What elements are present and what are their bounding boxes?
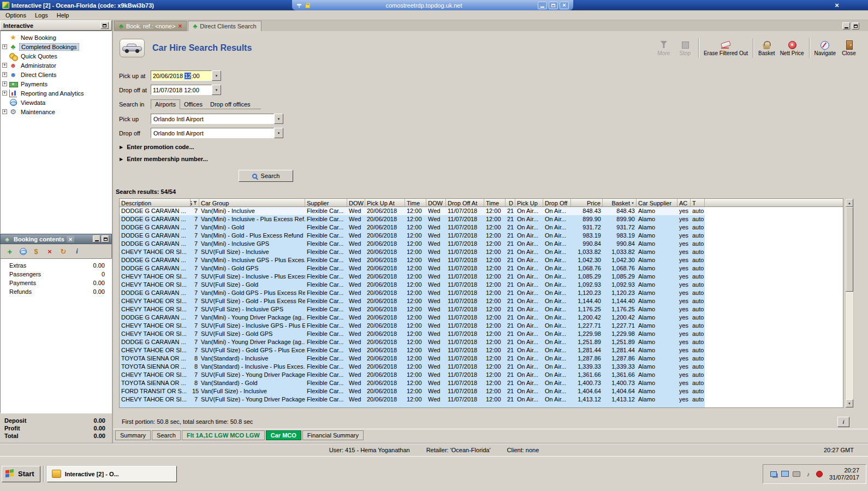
col-car-group[interactable]: Car Group	[199, 199, 305, 206]
table-row[interactable]: TOYOTA SIENNA OR ...8Van(Standard) - Inc…	[120, 363, 705, 371]
table-row[interactable]: CHEVY TAHOE OR SI...7SUV(Full Size) - In…	[120, 248, 705, 256]
table-row[interactable]: DODGE G CARAVAN ...7Van(Mini) - Inclusiv…	[120, 256, 705, 264]
menu-logs[interactable]: Logs	[31, 11, 52, 20]
table-row[interactable]: DODGE G CARAVAN ...7Van(Mini) - Young Dr…	[120, 338, 705, 346]
tab-flt-1a-1c-lgw-mco-lgw[interactable]: Flt 1A,1C LGW MCO LGW	[182, 430, 265, 440]
table-row[interactable]: DODGE G CARAVAN ...7Van(Mini) - Gold GPS…	[120, 289, 705, 297]
scroll-down-button[interactable]: ▼	[846, 399, 853, 407]
table-row[interactable]: CHEVY TAHOE OR SI...7SUV(Full Size) - In…	[120, 305, 705, 313]
dropoff-datetime-dropdown[interactable]: ▼	[212, 85, 221, 95]
pin-icon[interactable]	[296, 2, 302, 9]
expand-toggle-icon[interactable]: +	[2, 44, 7, 49]
search-in-tab-airports[interactable]: Airports	[151, 99, 180, 109]
table-row[interactable]: CHEVY TAHOE OR SI...7SUV(Full Size) - Go…	[120, 297, 705, 305]
tab-search[interactable]: Search	[152, 430, 181, 440]
col-pick-up[interactable]: Pick Up	[515, 199, 543, 206]
col-t[interactable]: T	[691, 199, 705, 206]
minimize-icon[interactable]	[842, 22, 850, 29]
sidebar-item-completed-bookings[interactable]: +♣Completed Bookings	[1, 42, 111, 51]
pickup-location-dropdown[interactable]: ▼	[274, 114, 283, 124]
close-icon[interactable]: ×	[178, 22, 182, 30]
payment-transfer-icon[interactable]: $	[31, 247, 41, 256]
dropoff-location-dropdown[interactable]: ▼	[274, 128, 283, 138]
refresh-icon[interactable]: ↻	[58, 247, 68, 256]
menu-options[interactable]: Options	[1, 11, 31, 20]
table-row[interactable]: DODGE G CARAVAN ...7Van(Mini) - Inclusiv…	[120, 207, 705, 215]
scroll-up-button[interactable]: ▲	[846, 199, 853, 207]
expand-toggle-icon[interactable]: +	[2, 91, 7, 96]
table-row[interactable]: DODGE G CARAVAN ...7Van(Mini) - GoldFlex…	[120, 223, 705, 232]
sidebar-item-quick-quotes[interactable]: Quick Quotes	[1, 51, 111, 61]
restore-icon[interactable]	[102, 235, 109, 242]
minimize-icon[interactable]	[538, 2, 547, 9]
table-row[interactable]: TOYOTA SIENNA OR ...8Van(Standard) - Gol…	[120, 379, 705, 387]
start-button[interactable]: Start	[2, 466, 40, 482]
toolbar-navigate[interactable]: Navigate	[815, 40, 836, 56]
table-row[interactable]: DODGE G CARAVAN ...7Van(Mini) - Gold GPS…	[120, 264, 705, 273]
col-d[interactable]: D	[506, 199, 515, 206]
col-supplier[interactable]: Supplier	[305, 199, 347, 206]
table-row[interactable]: DODGE G CARAVAN ...7Van(Mini) - Young Dr…	[120, 313, 705, 322]
search-in-tab-drop-off-offices[interactable]: Drop off offices	[206, 100, 254, 109]
col-drop-off-at[interactable]: Drop Off At	[446, 199, 484, 206]
taskbar-task-button[interactable]: Interactive [2] - O...	[47, 466, 177, 482]
sidebar-item-payments[interactable]: +Payments	[1, 79, 111, 88]
col-time[interactable]: Time	[405, 199, 426, 206]
sidebar-item-reporting-and-analytics[interactable]: +Reporting and Analytics	[1, 88, 111, 98]
toolbar-close[interactable]: Close	[841, 40, 857, 56]
tab-car-mco[interactable]: Car MCO	[266, 430, 301, 440]
sidebar-item-administrator[interactable]: +☻Administrator	[1, 61, 111, 70]
table-row[interactable]: CHEVY TAHOE OR SI...7SUV(Full Size) - In…	[120, 273, 705, 281]
expand-toggle-icon[interactable]: +	[2, 63, 7, 68]
col-time[interactable]: Time	[484, 199, 506, 206]
tab-summary[interactable]: Summary	[115, 430, 151, 440]
add-icon[interactable]: +	[5, 247, 15, 256]
col-price[interactable]: Price	[571, 199, 603, 206]
alert-icon[interactable]	[816, 470, 824, 478]
table-row[interactable]: DODGE G CARAVAN ...7Van(Mini) - Gold - P…	[120, 232, 705, 240]
promotion-code-expander[interactable]: ▶ Enter promotion code...	[120, 144, 868, 150]
restore-icon[interactable]	[852, 22, 859, 29]
close-icon[interactable]: ×	[67, 236, 74, 242]
toolbar-basket[interactable]: Basket	[758, 40, 775, 56]
table-scrollbar[interactable]: ▲ ▼	[845, 198, 854, 408]
search-in-tab-offices[interactable]: Offices	[180, 100, 206, 109]
delete-icon[interactable]: ×	[45, 247, 55, 256]
col-basket[interactable]: Basket▼	[603, 199, 637, 206]
volume-icon[interactable]: ♪	[804, 470, 812, 478]
window-close-button[interactable]: ×	[832, 1, 842, 9]
info-button[interactable]: i	[837, 417, 849, 427]
toolbar-nett-price[interactable]: Nett Price	[780, 40, 804, 56]
table-row[interactable]: CHEVY TAHOE OR SI...7SUV(Full Size) - Go…	[120, 281, 705, 289]
table-row[interactable]: CHEVY TAHOE OR SI...7SUV(Full Size) - Yo…	[120, 395, 705, 404]
collapse-panel-button[interactable]	[100, 22, 109, 29]
sidebar-item-direct-clients[interactable]: +☻Direct Clients	[1, 70, 111, 79]
display-icon[interactable]	[781, 470, 789, 478]
minimize-icon[interactable]	[93, 235, 100, 242]
network-icon[interactable]	[770, 470, 778, 478]
search-button[interactable]: Search	[239, 170, 293, 182]
col-dow[interactable]: DOW	[347, 199, 365, 206]
dropoff-location-select[interactable]: Orlando Intl Airport	[151, 128, 274, 138]
pickup-location-select[interactable]: Orlando Intl Airport	[151, 114, 274, 124]
table-row[interactable]: CHEVY TAHOE OR SI...7SUV(Full Size) - Go…	[120, 330, 705, 338]
col-car-supplier[interactable]: Car Supplier	[637, 199, 677, 206]
sidebar-item-viewdata[interactable]: Viewdata	[1, 98, 111, 107]
table-row[interactable]: FORD TRANSIT OR S...15Van(Full Size) - I…	[120, 387, 705, 395]
printer-icon[interactable]	[793, 470, 801, 478]
dropoff-datetime-input[interactable]: 11/07/2018 12:00	[151, 85, 212, 95]
table-row[interactable]: TOYOTA SIENNA OR ...8Van(Standard) - Inc…	[120, 354, 705, 363]
table-row[interactable]: CHEVY TAHOE OR SI...7SUV(Full Size) - Go…	[120, 346, 705, 354]
toolbar-erase-filtered-out[interactable]: Erase Filtered Out	[704, 40, 748, 56]
taskbar-clock[interactable]: 20:27 31/07/2017	[829, 467, 859, 481]
sidebar-item-maintenance[interactable]: +⚙Maintenance	[1, 107, 111, 116]
expand-toggle-icon[interactable]: +	[2, 109, 7, 114]
world-search-icon[interactable]	[19, 247, 27, 256]
tab-financial-summary[interactable]: Financial Summary	[302, 430, 364, 440]
restore-icon[interactable]	[549, 2, 558, 9]
table-row[interactable]: CHEVY TAHOE OR SI...7SUV(Full Size) - Yo…	[120, 371, 705, 379]
scrollbar-thumb[interactable]	[846, 207, 853, 292]
tab-book-ref-none[interactable]: ♣Book. ref.: <none>×	[114, 21, 187, 31]
pickup-datetime-input[interactable]: 20/06/2018 12:00	[151, 70, 212, 81]
col-description[interactable]: Description	[120, 199, 191, 206]
